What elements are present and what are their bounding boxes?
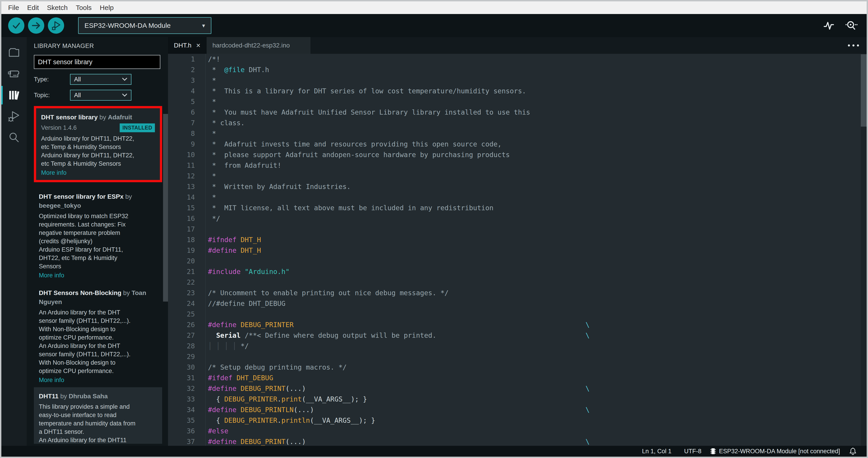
code-line[interactable]: 2 * @file DHT.h	[168, 64, 867, 75]
code-line[interactable]: 7 * class.	[168, 118, 867, 128]
menu-help[interactable]: Help	[96, 4, 118, 11]
library-entry-title: DHT sensor library for ESPx by beegee_to…	[39, 192, 157, 210]
code-line[interactable]: 37#define DEBUG_PRINT(...)\	[168, 436, 867, 446]
more-info-link[interactable]: More info	[41, 169, 155, 176]
more-info-link[interactable]: More info	[39, 272, 157, 279]
cursor-position[interactable]: Ln 1, Col 1	[642, 448, 672, 455]
serial-plotter-icon[interactable]	[823, 20, 835, 31]
code-text: *	[205, 96, 867, 107]
line-number: 6	[168, 107, 205, 118]
sidebar-item-debug[interactable]	[1, 106, 27, 127]
editor-tab-DHT.h[interactable]: DHT.h✕	[168, 37, 207, 54]
board-selector[interactable]: ESP32-WROOM-DA Module ▾	[78, 17, 211, 34]
code-line[interactable]: 24//#define DHT_DEBUG	[168, 298, 867, 309]
line-number: 2	[168, 64, 205, 75]
code-line[interactable]: 16 */	[168, 213, 867, 224]
type-filter-select[interactable]: All	[70, 74, 131, 85]
library-entry-title: DHT sensor library by Adafruit	[41, 113, 155, 122]
library-entry[interactable]: DHT sensor library for ESPx by beegee_to…	[34, 186, 162, 283]
code-line[interactable]: 11 * from Adafruit!	[168, 160, 867, 171]
code-line[interactable]: 10 * please support Adafruit andopen-sou…	[168, 149, 867, 160]
code-line[interactable]: 8 *	[168, 128, 867, 139]
line-number: 13	[168, 181, 205, 192]
line-number: 23	[168, 288, 205, 298]
library-entry[interactable]: DHT Sensors Non-Blocking by Toan NguyenA…	[34, 283, 162, 387]
code-line[interactable]: 9 * Adafruit invests time and resources …	[168, 139, 867, 149]
library-search-input[interactable]	[34, 55, 160, 69]
verify-button[interactable]	[8, 18, 24, 34]
library-entry[interactable]: DHT sensor library by AdafruitVersion 1.…	[36, 108, 160, 180]
code-line[interactable]: 31#ifdef DHT_DEBUG	[168, 373, 867, 383]
library-entry[interactable]: DHT11 by Dhruba SahaThis library provide…	[34, 387, 162, 444]
debug-button[interactable]	[48, 18, 64, 34]
code-line[interactable]: 22	[168, 277, 867, 288]
code-line[interactable]: 1/*!	[168, 54, 867, 64]
editor-scrollbar-thumb[interactable]	[861, 54, 867, 126]
line-number: 35	[168, 415, 205, 426]
library-panel-scrollbar[interactable]	[163, 114, 168, 302]
code-editor[interactable]: 1/*!2 * @file DHT.h3 *4 * This is a libr…	[168, 54, 867, 446]
code-line[interactable]: 33 { DEBUG_PRINTER.print(__VA_ARGS__); }	[168, 394, 867, 404]
code-line[interactable]: 5 *	[168, 96, 867, 107]
code-line[interactable]: 36#else	[168, 426, 867, 436]
code-line[interactable]: 20	[168, 256, 867, 266]
panel-title: LIBRARY MANAGER	[34, 42, 168, 50]
library-description: Optimized libray to match ESP32requireme…	[39, 212, 157, 270]
code-line[interactable]: 23/* Uncomment to enable printing out ni…	[168, 288, 867, 298]
menu-file[interactable]: File	[4, 4, 23, 11]
code-line[interactable]: 21#include "Arduino.h"	[168, 266, 867, 277]
notifications-bell-icon[interactable]	[849, 447, 857, 455]
sidebar-item-boards-manager[interactable]	[1, 63, 27, 85]
code-line[interactable]: 17	[168, 224, 867, 234]
code-line[interactable]: 3 *	[168, 75, 867, 86]
editor-tab-hardcoded-dht22-esp32.ino[interactable]: hardcoded-dht22-esp32.ino	[207, 37, 310, 54]
more-info-link[interactable]: More info	[39, 377, 157, 383]
code-text: * You must have Adafruit Unified Sensor …	[205, 107, 867, 118]
tab-label: DHT.h	[174, 42, 191, 49]
editor-tab-bar: DHT.h✕hardcoded-dht22-esp32.ino	[168, 37, 867, 54]
type-filter-label: Type:	[34, 76, 70, 83]
menu-bar: FileEditSketchToolsHelp	[1, 1, 867, 14]
tab-label: hardcoded-dht22-esp32.ino	[213, 42, 290, 49]
code-line[interactable]: 34#define DEBUG_PRINTLN(...)\	[168, 404, 867, 415]
line-number: 14	[168, 192, 205, 203]
code-line[interactable]: 15 * MIT license, all text above must be…	[168, 203, 867, 213]
topic-filter-value: All	[74, 92, 122, 99]
code-text: *	[205, 128, 867, 139]
code-line[interactable]: 18#ifndef DHT_H	[168, 234, 867, 245]
sidebar-item-sketchbook[interactable]	[1, 42, 27, 63]
code-line[interactable]: 27 Serial /**< Define where debug output…	[168, 330, 867, 341]
code-line[interactable]: 14 *	[168, 192, 867, 203]
library-entry-title: DHT11 by Dhruba Saha	[39, 392, 157, 401]
code-line[interactable]: 25	[168, 309, 867, 319]
topic-filter-select[interactable]: All	[70, 90, 131, 101]
code-line[interactable]: 30/* Setup debug printing macros. */	[168, 362, 867, 373]
serial-monitor-icon[interactable]	[844, 20, 858, 31]
code-line[interactable]: 12 *	[168, 171, 867, 181]
code-line[interactable]: 4 * This is a library for DHT series of …	[168, 86, 867, 96]
sidebar-item-search[interactable]	[1, 127, 27, 148]
board-status[interactable]: ESP32-WROOM-DA Module [not connected]	[710, 447, 840, 455]
line-number: 34	[168, 404, 205, 415]
encoding-indicator[interactable]: UTF-8	[684, 448, 702, 455]
code-line[interactable]: 32#define DEBUG_PRINT(...)\	[168, 383, 867, 394]
code-line[interactable]: 13 * Written by Adafruit Industries.	[168, 181, 867, 192]
editor-more-actions-button[interactable]	[848, 45, 859, 47]
code-line[interactable]: 35 { DEBUG_PRINTER.println(__VA_ARGS__);…	[168, 415, 867, 426]
upload-button[interactable]	[28, 18, 44, 34]
code-line[interactable]: 6 * You must have Adafruit Unified Senso…	[168, 107, 867, 118]
code-line[interactable]: 26#define DEBUG_PRINTER\	[168, 319, 867, 330]
library-entries-list: DHT sensor library by AdafruitVersion 1.…	[34, 106, 168, 446]
menu-edit[interactable]: Edit	[23, 4, 43, 11]
menu-tools[interactable]: Tools	[72, 4, 96, 11]
type-filter-value: All	[74, 76, 122, 83]
close-tab-icon[interactable]: ✕	[196, 42, 201, 49]
editor-scrollbar[interactable]	[861, 54, 867, 446]
code-line[interactable]: 19#define DHT_H	[168, 245, 867, 256]
sidebar-item-library-manager[interactable]	[1, 85, 27, 106]
code-line[interactable]: 29	[168, 351, 867, 362]
menu-sketch[interactable]: Sketch	[43, 4, 72, 11]
code-text	[205, 351, 867, 362]
code-line[interactable]: 28│ │ │ │ */	[168, 341, 867, 351]
line-number: 37	[168, 436, 205, 446]
